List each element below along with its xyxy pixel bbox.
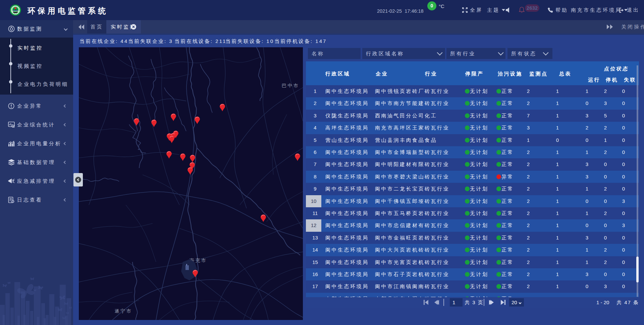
svg-text:遂宁市: 遂宁市 bbox=[115, 308, 132, 314]
svg-text:巴中市: 巴中市 bbox=[282, 83, 300, 88]
